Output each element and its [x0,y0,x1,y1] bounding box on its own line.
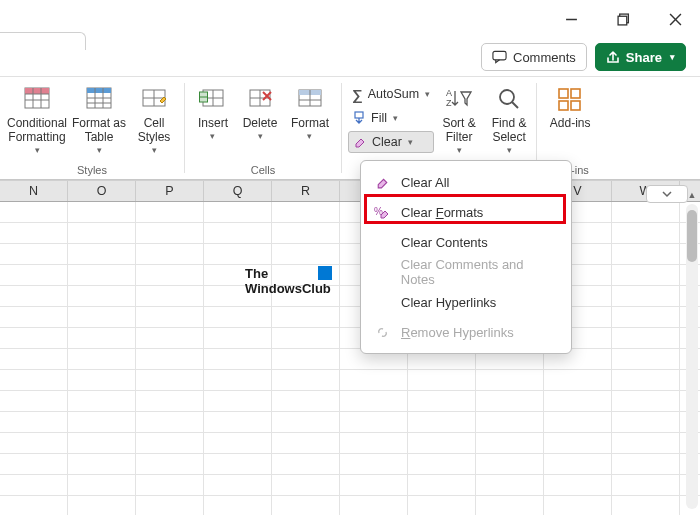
grid-cell[interactable] [0,286,68,306]
grid-cell[interactable] [68,265,136,285]
comments-button[interactable]: Comments [481,43,587,71]
column-headers[interactable]: NOPQRSTUVW [0,181,700,202]
grid-cell[interactable] [68,286,136,306]
grid-cell[interactable] [544,370,612,390]
grid-cell[interactable] [204,202,272,222]
grid-cell[interactable] [136,475,204,495]
grid-cell[interactable] [612,328,680,348]
grid-cell[interactable] [544,412,612,432]
scroll-thumb[interactable] [687,210,697,262]
grid-row[interactable] [0,328,700,349]
menu-clear-hyperlinks[interactable]: Clear Hyperlinks [361,287,571,317]
grid-cell[interactable] [612,223,680,243]
grid-cell[interactable] [476,475,544,495]
minimize-button[interactable] [554,4,588,34]
grid-cell[interactable] [0,475,68,495]
grid-cell[interactable] [544,433,612,453]
grid-cell[interactable] [612,349,680,369]
grid-cell[interactable] [136,202,204,222]
grid-cell[interactable] [340,475,408,495]
grid-cell[interactable] [0,454,68,474]
fill-button[interactable]: Fill ▾ [348,107,434,129]
grid-cell[interactable] [272,475,340,495]
grid-cell[interactable] [0,496,68,515]
grid-cell[interactable] [136,370,204,390]
grid-cell[interactable] [136,412,204,432]
grid-row[interactable] [0,412,700,433]
grid-cell[interactable] [612,370,680,390]
grid-cell[interactable] [340,454,408,474]
grid-cell[interactable] [476,412,544,432]
grid-cell[interactable] [68,307,136,327]
grid-cell[interactable] [0,265,68,285]
grid-cell[interactable] [204,412,272,432]
column-header[interactable]: N [0,181,68,201]
grid-cell[interactable] [272,433,340,453]
insert-button[interactable]: Insert▾ [191,81,235,141]
grid-cell[interactable] [204,307,272,327]
menu-clear-contents[interactable]: Clear Contents [361,227,571,257]
grid-cell[interactable] [204,496,272,515]
format-as-table-button[interactable]: Format as Table ▾ [70,81,128,155]
grid-cell[interactable] [0,412,68,432]
grid-cell[interactable] [0,202,68,222]
grid-cell[interactable] [136,496,204,515]
grid-cell[interactable] [136,433,204,453]
grid-cell[interactable] [612,454,680,474]
grid-cell[interactable] [408,391,476,411]
grid-cell[interactable] [476,370,544,390]
grid-cell[interactable] [408,496,476,515]
grid-cell[interactable] [340,370,408,390]
grid-cell[interactable] [204,244,272,264]
conditional-formatting-button[interactable]: Conditional Formatting ▾ [6,81,68,155]
grid-row[interactable] [0,265,700,286]
grid-cell[interactable] [272,328,340,348]
restore-button[interactable] [606,4,640,34]
column-header[interactable]: Q [204,181,272,201]
grid-cell[interactable] [204,328,272,348]
grid-cell[interactable] [68,412,136,432]
grid-cell[interactable] [136,349,204,369]
close-button[interactable] [658,4,692,34]
grid-cell[interactable] [204,433,272,453]
grid-cell[interactable] [272,202,340,222]
grid-cell[interactable] [612,475,680,495]
grid-cell[interactable] [0,349,68,369]
grid-cell[interactable] [68,454,136,474]
grid-cell[interactable] [68,433,136,453]
column-header[interactable]: R [272,181,340,201]
grid-cell[interactable] [68,475,136,495]
grid-cell[interactable] [272,244,340,264]
grid-cell[interactable] [136,391,204,411]
grid-cell[interactable] [612,307,680,327]
grid-cell[interactable] [204,391,272,411]
grid-row[interactable] [0,433,700,454]
grid-cell[interactable] [272,454,340,474]
grid-cell[interactable] [476,496,544,515]
grid-cell[interactable] [544,391,612,411]
grid-cell[interactable] [272,391,340,411]
column-header[interactable]: P [136,181,204,201]
grid-cell[interactable] [204,454,272,474]
grid-cell[interactable] [0,433,68,453]
grid-row[interactable] [0,349,700,370]
grid-cell[interactable] [0,391,68,411]
grid-cell[interactable] [204,223,272,243]
grid-row[interactable] [0,223,700,244]
delete-button[interactable]: Delete▾ [237,81,283,141]
grid-cell[interactable] [544,496,612,515]
grid-cell[interactable] [204,475,272,495]
grid-cell[interactable] [612,244,680,264]
grid-cell[interactable] [68,223,136,243]
grid-row[interactable] [0,286,700,307]
grid-row[interactable] [0,244,700,265]
cell-styles-button[interactable]: Cell Styles ▾ [130,81,178,155]
scroll-up-arrow[interactable]: ▲ [686,190,698,202]
spreadsheet-grid[interactable]: NOPQRSTUVW [0,180,700,515]
grid-cell[interactable] [272,496,340,515]
grid-cell[interactable] [612,412,680,432]
grid-cell[interactable] [612,391,680,411]
grid-cell[interactable] [612,202,680,222]
grid-cell[interactable] [408,454,476,474]
menu-clear-formats[interactable]: % Clear Formats [361,197,571,227]
